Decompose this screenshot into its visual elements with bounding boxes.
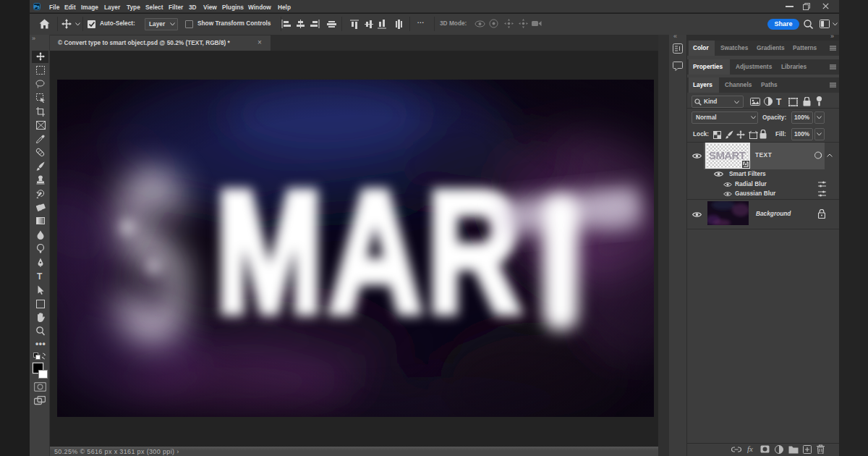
svg-text:MAR: MAR: [216, 156, 526, 348]
svg-text:SMART: SMART: [709, 149, 746, 161]
